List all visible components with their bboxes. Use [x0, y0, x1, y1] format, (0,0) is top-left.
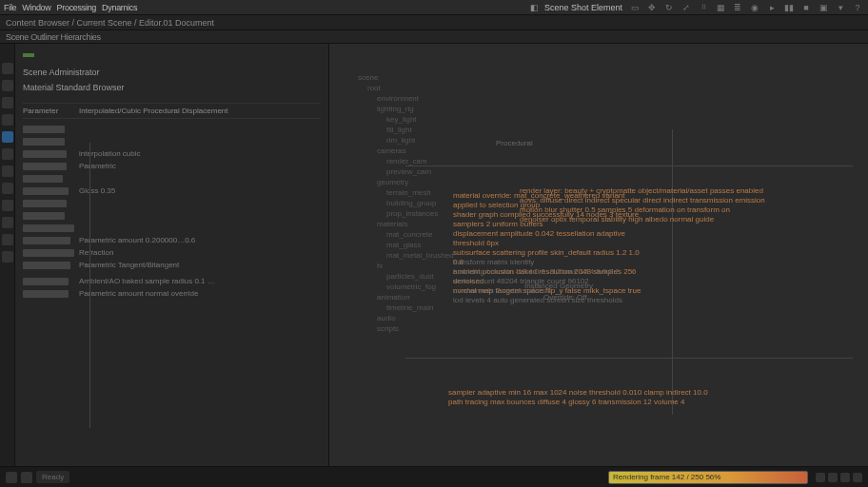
tree-node[interactable]: rim_light	[341, 135, 857, 146]
tree-node[interactable]: scripts	[341, 323, 857, 334]
param-name	[23, 162, 75, 170]
workspace: Scene Administrator Material Standard Br…	[0, 44, 868, 481]
table-row[interactable]	[23, 123, 321, 135]
param-name	[23, 224, 75, 232]
menu-file[interactable]: File	[4, 3, 16, 12]
param-value: interpolation cubic	[79, 149, 321, 158]
tray-icon-4[interactable]	[853, 473, 862, 482]
param-value: Parametric	[79, 162, 321, 170]
breadcrumb: Content Browser / Current Scene / Editor…	[0, 15, 868, 30]
log-line: render layer: beauty + cryptomatte objec…	[520, 186, 843, 196]
main-menu: File Window Processing Dynamics	[4, 3, 137, 12]
col-param[interactable]: Parameter	[23, 107, 75, 115]
render-progress[interactable]: Rendering frame 142 / 250 56%	[608, 471, 808, 484]
move-icon[interactable]: ✥	[645, 2, 659, 13]
grid-icon[interactable]: ▦	[714, 2, 727, 13]
tray-icon-1[interactable]	[816, 473, 825, 482]
table-row[interactable]: Refraction	[23, 246, 321, 259]
ruler-h1	[405, 166, 853, 166]
ruler-h2	[405, 358, 853, 359]
tree-node[interactable]: key_light	[341, 114, 857, 125]
rotate-icon[interactable]: ↻	[662, 2, 676, 13]
tree-node[interactable]: scene	[341, 72, 857, 83]
rail-lights-icon[interactable]	[2, 114, 13, 126]
rail-script-icon[interactable]	[2, 200, 13, 211]
layers-icon[interactable]: ≣	[731, 2, 744, 13]
table-row[interactable]	[23, 172, 321, 185]
menu-dynamics[interactable]: Dynamics	[102, 3, 137, 12]
tree-node[interactable]: lighting_rig	[341, 104, 857, 114]
label-instanced: Instanced Geometry	[524, 282, 593, 291]
status-app-icon[interactable]	[6, 472, 17, 483]
help-icon[interactable]: ?	[851, 2, 864, 13]
table-row[interactable]: Ambient/AO baked sample radius 0.1 …	[23, 275, 321, 287]
rail-outliner-icon[interactable]	[2, 63, 13, 74]
col-value[interactable]: Interpolated/Cubic Procedural Displaceme…	[79, 107, 321, 115]
snap-icon[interactable]: ⌗	[697, 2, 710, 13]
tray-icon-2[interactable]	[828, 473, 838, 482]
progress-label: Rendering frame 142 / 250 56%	[613, 473, 720, 481]
table-row[interactable]	[23, 222, 321, 234]
scale-icon[interactable]: ⤢	[680, 2, 693, 13]
table-row[interactable]	[23, 197, 321, 209]
param-value: Parametric amount normal override	[79, 289, 321, 298]
breadcrumb-path[interactable]: Content Browser / Current Scene / Editor…	[6, 18, 214, 28]
param-name	[23, 236, 75, 244]
rail-console-icon[interactable]	[2, 251, 13, 263]
table-row[interactable]: Parametric amount 0.200000…0.6	[23, 234, 321, 246]
play-icon[interactable]: ▸	[765, 2, 779, 13]
frame-icon[interactable]: ▣	[817, 2, 830, 13]
table-row[interactable]	[23, 135, 321, 147]
table-row[interactable]: Parametric amount normal override	[23, 287, 321, 300]
table-row[interactable]	[23, 209, 321, 222]
context-label: ◧ Scene Shot Element	[529, 2, 622, 13]
center-panel: scenerootenvironmentlighting_rigkey_ligh…	[329, 44, 868, 481]
disclosure-icon[interactable]: ▾	[834, 2, 847, 13]
pause-icon[interactable]: ▮▮	[782, 2, 796, 13]
param-table: interpolation cubicParametricGloss 0.35P…	[23, 123, 321, 300]
param-name	[23, 149, 75, 158]
param-value	[79, 125, 321, 133]
param-value	[79, 224, 321, 232]
log-line: displacement amplitude 0.042 tessellatio…	[453, 229, 643, 248]
table-row[interactable]: Parametric	[23, 160, 321, 172]
rail-materials-icon[interactable]	[2, 97, 13, 108]
rail-audio-icon[interactable]	[2, 183, 13, 194]
table-row[interactable]: Gloss 0.35	[23, 185, 321, 197]
select-icon[interactable]: ▭	[628, 2, 641, 13]
log-line: aovs: diffuse direct indirect specular d…	[520, 196, 843, 205]
log-block-c: sampler adaptive min 16 max 1024 noise t…	[448, 388, 848, 407]
rail-fx-icon[interactable]	[2, 166, 13, 177]
log-line: bounding box min -12.4 0.0 -8.2 max 12.4…	[453, 267, 643, 277]
status-right	[816, 473, 862, 482]
param-name	[23, 261, 75, 269]
menu-window[interactable]: Window	[22, 3, 50, 12]
table-row[interactable]: Parametric Tangent/Bitangent	[23, 259, 321, 271]
param-name	[23, 125, 75, 133]
param-name	[23, 277, 75, 285]
rail-profiler-icon[interactable]	[2, 234, 13, 245]
menu-processing[interactable]: Processing	[57, 3, 97, 12]
column-divider	[89, 143, 90, 428]
tree-node[interactable]: preview_cam	[341, 166, 857, 177]
rail-anim-icon[interactable]	[2, 148, 13, 160]
table-header: Parameter Interpolated/Cubic Procedural …	[23, 103, 321, 119]
section-admin[interactable]: Scene Administrator	[23, 65, 321, 80]
section-matbrowser[interactable]: Material Standard Browser	[23, 80, 321, 95]
tree-node[interactable]: audio	[341, 313, 857, 323]
render-icon[interactable]: ◉	[748, 2, 761, 13]
table-row[interactable]: interpolation cubic	[23, 147, 321, 160]
rail-graph-icon[interactable]	[2, 217, 13, 228]
tree-node[interactable]: environment	[341, 93, 857, 104]
tree-node[interactable]: root	[341, 83, 857, 93]
stop-icon[interactable]: ■	[799, 2, 813, 13]
tree-node[interactable]: cameras	[341, 146, 857, 156]
rail-render-icon[interactable]	[2, 131, 13, 143]
ruler-v	[672, 129, 673, 415]
tray-icon-3[interactable]	[840, 473, 850, 482]
rail-assets-icon[interactable]	[2, 80, 13, 91]
status-sync-icon[interactable]	[21, 472, 32, 483]
scene-label: Scene Shot Element	[544, 3, 622, 12]
param-value: Ambient/AO baked sample radius 0.1 …	[79, 277, 321, 285]
tree-node[interactable]: fill_light	[341, 125, 857, 135]
